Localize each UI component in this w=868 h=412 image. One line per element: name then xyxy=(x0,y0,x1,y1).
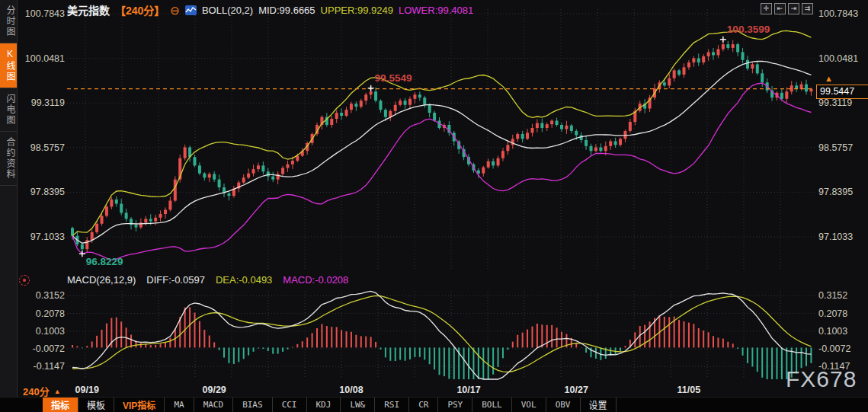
svg-text:98.5757: 98.5757 xyxy=(818,142,853,153)
chart-plot-area[interactable]: 100.7843100.7843100.0481100.048199.31199… xyxy=(0,0,868,412)
fx678-watermark: FX678 xyxy=(786,366,857,392)
toolbar-item[interactable]: VOL xyxy=(512,398,546,412)
svg-text:100.3599: 100.3599 xyxy=(727,24,770,35)
boll-lower-value: LOWER:99.4081 xyxy=(399,5,473,16)
symbol-title: 美元指数 xyxy=(67,2,110,18)
svg-text:96.8229: 96.8229 xyxy=(86,256,123,267)
scale-right-icon[interactable]: ⇥ xyxy=(788,3,799,14)
grid xyxy=(67,9,815,379)
toolbar-item[interactable]: CR xyxy=(409,398,438,412)
macd-pane xyxy=(72,291,811,379)
macd-header: MACD(26,12,9) DIFF:-0.0597 DEA:-0.0493 M… xyxy=(67,274,348,286)
toolbar-item[interactable]: VIP指标 xyxy=(114,398,165,412)
toolbar-item[interactable]: BOLL xyxy=(472,398,512,412)
boll-indicator-label: BOLL(20,2) xyxy=(202,5,253,16)
toolbar-item[interactable]: CCI xyxy=(273,398,307,412)
svg-text:97.8395: 97.8395 xyxy=(818,187,853,197)
svg-text:97.1033: 97.1033 xyxy=(30,232,65,242)
svg-text:100.0481: 100.0481 xyxy=(818,53,858,64)
crosshair-icon[interactable]: ✛ xyxy=(761,3,772,14)
chart-window-controls: ✛⇤⇥⇉ xyxy=(761,3,813,14)
svg-text:98.5757: 98.5757 xyxy=(30,142,65,153)
sidebar-tab-item[interactable]: 分时图 xyxy=(0,0,17,43)
trading-app-window: 100.7843100.7843100.0481100.048199.31199… xyxy=(0,0,868,412)
macd-params-label: MACD(26,12,9) xyxy=(67,274,136,286)
last-price-box: 99.5447 xyxy=(816,85,868,99)
svg-text:0.3152: 0.3152 xyxy=(36,290,65,301)
svg-text:97.1033: 97.1033 xyxy=(818,232,853,242)
pan-right-icon[interactable]: ⇉ xyxy=(802,3,813,14)
svg-text:10/08: 10/08 xyxy=(339,385,363,395)
svg-text:09/19: 09/19 xyxy=(75,385,99,395)
svg-text:99.3119: 99.3119 xyxy=(31,97,65,108)
boll-upper-value: UPPER:99.9249 xyxy=(321,5,393,16)
price-marker-arrow-icon: ▲ xyxy=(825,74,833,83)
scale-left-icon[interactable]: ⇤ xyxy=(774,3,786,14)
macd-diff-value: DIFF:-0.0597 xyxy=(146,274,205,286)
period-label[interactable]: 【240分】 xyxy=(115,2,165,18)
svg-text:11/05: 11/05 xyxy=(677,385,701,395)
sidebar-tab-item[interactable]: 合约资料 xyxy=(0,132,17,186)
toolbar-item[interactable]: 设置 xyxy=(581,398,617,412)
chart-header: 美元指数 【240分】 ⊖ BOLL(20,2) MID:99.6665 UPP… xyxy=(67,3,473,17)
toolbar-item[interactable]: MA xyxy=(165,398,194,412)
svg-text:0.3152: 0.3152 xyxy=(818,290,847,301)
indicator-toolbar: 指标模板VIP指标MAMACDBIASCCIKDJLW&RSICRPSYBOLL… xyxy=(0,397,868,412)
period-selector-label: 240分 xyxy=(23,386,50,398)
svg-text:-0.0072: -0.0072 xyxy=(818,343,850,354)
candlestick-series xyxy=(71,30,812,260)
axis-labels: 100.7843100.7843100.0481100.048199.31199… xyxy=(25,8,858,395)
svg-text:97.8395: 97.8395 xyxy=(30,187,65,197)
collapse-indicator-icon[interactable]: ⊖ xyxy=(170,5,180,15)
toolbar-item[interactable]: KDJ xyxy=(307,398,341,412)
toolbar-item[interactable]: 指标 xyxy=(43,398,78,412)
chart-type-sidebar: 分时图K线图闪电图合约资料 xyxy=(0,0,18,412)
svg-text:0.2078: 0.2078 xyxy=(818,308,847,319)
toolbar-item[interactable]: PSY xyxy=(438,398,472,412)
toolbar-item[interactable]: MACD xyxy=(194,398,234,412)
mini-chart-icon xyxy=(185,5,197,15)
svg-text:0.1003: 0.1003 xyxy=(818,326,847,337)
boll-mid-value: MID:99.6665 xyxy=(258,5,315,16)
toolbar-item[interactable]: BIAS xyxy=(233,398,273,412)
svg-text:-0.1147: -0.1147 xyxy=(34,361,66,372)
svg-text:10/17: 10/17 xyxy=(456,385,480,395)
svg-text:99.5549: 99.5549 xyxy=(375,72,412,84)
macd-dea-value: DEA:-0.0493 xyxy=(216,274,272,286)
chevron-up-icon: ▲ xyxy=(54,388,61,395)
svg-text:10/27: 10/27 xyxy=(565,385,588,395)
svg-text:0.2078: 0.2078 xyxy=(36,308,65,319)
toolbar-spacer xyxy=(0,398,43,412)
toolbar-item[interactable]: LW& xyxy=(341,398,375,412)
svg-text:100.7843: 100.7843 xyxy=(818,8,858,19)
svg-text:09/29: 09/29 xyxy=(203,385,226,395)
toolbar-item[interactable]: 模板 xyxy=(78,398,114,412)
alarm-record-icon[interactable] xyxy=(19,275,30,286)
toolbar-item[interactable]: OBV xyxy=(546,398,581,412)
svg-text:0.1003: 0.1003 xyxy=(36,326,65,337)
svg-text:100.0481: 100.0481 xyxy=(25,53,65,64)
svg-text:-0.0072: -0.0072 xyxy=(33,343,65,354)
sidebar-tab-item[interactable]: 闪电图 xyxy=(0,88,17,132)
toolbar-item[interactable]: RSI xyxy=(375,398,409,412)
svg-text:100.7843: 100.7843 xyxy=(25,8,65,19)
sidebar-tab-active[interactable]: K线图 xyxy=(0,43,17,88)
macd-macd-value: MACD:-0.0208 xyxy=(283,274,348,286)
svg-text:99.3119: 99.3119 xyxy=(818,97,852,108)
